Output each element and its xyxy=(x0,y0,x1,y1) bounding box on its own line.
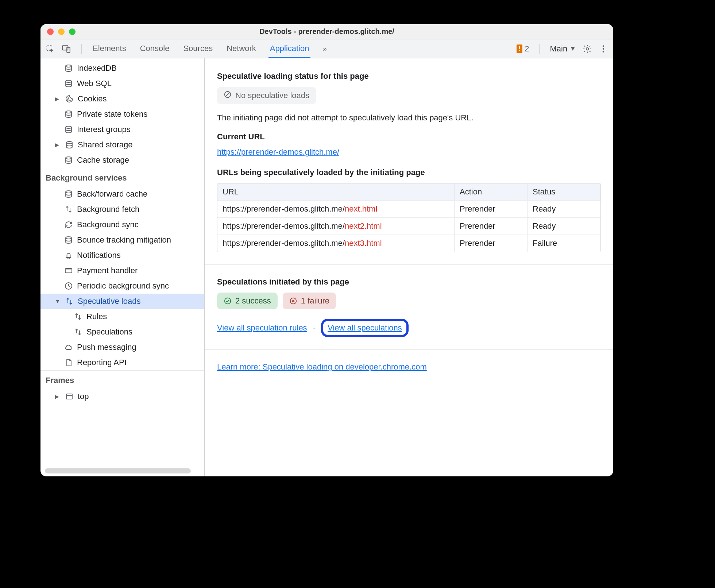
current-url-heading: Current URL xyxy=(217,132,601,142)
sidebar-item-label: Push messaging xyxy=(77,343,136,352)
table-row[interactable]: https://prerender-demos.glitch.me/next2.… xyxy=(217,217,600,235)
sidebar-item-label: Bounce tracking mitigation xyxy=(77,235,171,245)
col-url[interactable]: URL xyxy=(217,183,455,200)
expand-arrow-icon: ▶ xyxy=(55,394,61,399)
svg-point-14 xyxy=(66,142,72,144)
db-icon xyxy=(64,79,73,88)
learn-more-link[interactable]: Learn more: Speculative loading on devel… xyxy=(217,362,427,371)
table-header: URL Action Status xyxy=(217,183,600,200)
card-icon xyxy=(64,266,73,275)
cell-status: Failure xyxy=(527,235,600,252)
sidebar-item-cache-storage[interactable]: Cache storage xyxy=(40,152,204,168)
db-icon xyxy=(64,189,73,199)
sidebar-item-indexeddb[interactable]: IndexedDB xyxy=(40,61,204,76)
svg-rect-21 xyxy=(66,394,72,399)
kebab-menu-icon[interactable] xyxy=(599,44,608,54)
minimize-window-button[interactable] xyxy=(58,28,65,35)
devtools-window: DevTools - prerender-demos.glitch.me/ El… xyxy=(40,24,613,476)
col-status[interactable]: Status xyxy=(527,183,600,200)
tab-console[interactable]: Console xyxy=(139,40,171,58)
sidebar-item-label: Back/forward cache xyxy=(77,189,147,199)
sidebar-item-interest-groups[interactable]: Interest groups xyxy=(40,122,204,137)
warning-icon: ! xyxy=(517,45,522,53)
sidebar-item-label: Speculative loads xyxy=(78,297,140,306)
sidebar-item-reporting-api[interactable]: Reporting API xyxy=(40,355,204,370)
window-title: DevTools - prerender-demos.glitch.me/ xyxy=(40,27,613,36)
cell-status: Ready xyxy=(527,218,600,235)
sidebar-item-background-fetch[interactable]: Background fetch xyxy=(40,202,204,217)
devtools-toolbar: Elements Console Sources Network Applica… xyxy=(40,39,613,58)
tab-sources[interactable]: Sources xyxy=(182,40,214,58)
gear-icon[interactable] xyxy=(583,44,592,54)
panel-body: IndexedDBWeb SQL▶CookiesPrivate state to… xyxy=(40,58,613,476)
speculations-heading: Speculations initiated by this page xyxy=(217,277,601,287)
status-pill: No speculative loads xyxy=(217,87,316,104)
sidebar-item-cookies[interactable]: ▶Cookies xyxy=(40,91,204,107)
sidebar-item-label: Cache storage xyxy=(77,155,129,165)
sidebar-item-payment-handler[interactable]: Payment handler xyxy=(40,263,204,278)
view-rules-link[interactable]: View all speculation rules xyxy=(217,323,307,332)
svg-point-16 xyxy=(66,191,72,193)
status-description: The initiating page did not attempt to s… xyxy=(217,113,601,123)
sidebar-item-speculative-loads[interactable]: ▼Speculative loads xyxy=(40,294,204,309)
forbidden-icon xyxy=(224,90,232,101)
tabs-overflow-icon[interactable]: » xyxy=(321,40,328,58)
application-content[interactable]: Speculative loading status for this page… xyxy=(205,58,613,476)
close-window-button[interactable] xyxy=(47,28,54,35)
col-action[interactable]: Action xyxy=(455,183,527,200)
tab-application[interactable]: Application xyxy=(268,40,311,58)
sidebar-item-periodic-background-sync[interactable]: Periodic background sync xyxy=(40,278,204,294)
sidebar-item-private-state-tokens[interactable]: Private state tokens xyxy=(40,107,204,122)
application-sidebar[interactable]: IndexedDBWeb SQL▶CookiesPrivate state to… xyxy=(40,58,205,476)
sidebar-item-rules[interactable]: Rules xyxy=(40,309,204,324)
updown-icon xyxy=(65,297,74,306)
sidebar-item-label: IndexedDB xyxy=(77,63,117,73)
svg-point-17 xyxy=(66,237,72,239)
sidebar-item-back-forward-cache[interactable]: Back/forward cache xyxy=(40,186,204,202)
sidebar-item-web-sql[interactable]: Web SQL xyxy=(40,76,204,91)
urls-heading: URLs being speculatively loaded by the i… xyxy=(217,168,601,177)
sidebar-item-shared-storage[interactable]: ▶Shared storage xyxy=(40,137,204,152)
sidebar-item-speculations[interactable]: Speculations xyxy=(40,324,204,340)
expand-arrow-icon: ▶ xyxy=(55,142,61,148)
sidebar-item-push-messaging[interactable]: Push messaging xyxy=(40,340,204,355)
sidebar-item-label: top xyxy=(78,392,89,401)
cell-status: Ready xyxy=(527,201,600,217)
clock-icon xyxy=(64,281,73,291)
sidebar-item-background-sync[interactable]: Background sync xyxy=(40,217,204,232)
view-speculations-link[interactable]: View all speculations xyxy=(328,323,402,332)
tab-elements[interactable]: Elements xyxy=(91,40,128,58)
sidebar-item-label: Notifications xyxy=(77,251,121,260)
db-icon xyxy=(64,125,73,134)
horizontal-scrollbar[interactable] xyxy=(45,468,191,473)
db-icon xyxy=(64,235,73,245)
svg-point-3 xyxy=(586,47,589,50)
target-selector[interactable]: Main ▼ xyxy=(550,44,576,54)
cell-url: https://prerender-demos.glitch.me/next.h… xyxy=(217,201,455,217)
svg-point-4 xyxy=(603,45,604,47)
svg-point-13 xyxy=(66,126,72,128)
sidebar-item-notifications[interactable]: Notifications xyxy=(40,248,204,263)
db-icon xyxy=(64,63,73,73)
tab-network[interactable]: Network xyxy=(225,40,258,58)
sidebar-item-top[interactable]: ▶top xyxy=(40,389,204,404)
sync-icon xyxy=(64,220,73,229)
svg-point-7 xyxy=(66,65,72,67)
sidebar-item-bounce-tracking-mitigation[interactable]: Bounce tracking mitigation xyxy=(40,232,204,248)
table-row[interactable]: https://prerender-demos.glitch.me/next.h… xyxy=(217,200,600,217)
cloud-icon xyxy=(64,343,73,352)
issues-button[interactable]: ! 2 xyxy=(517,44,529,54)
maximize-window-button[interactable] xyxy=(69,28,76,35)
table-row[interactable]: https://prerender-demos.glitch.me/next3.… xyxy=(217,235,600,252)
sidebar-item-label: Private state tokens xyxy=(77,109,147,119)
warning-count: 2 xyxy=(525,44,529,54)
current-url-link[interactable]: https://prerender-demos.glitch.me/ xyxy=(217,147,339,156)
svg-point-6 xyxy=(603,51,604,52)
success-badge: 2 success xyxy=(217,293,278,309)
inspect-icon[interactable] xyxy=(46,44,55,54)
sidebar-section-frames: Frames xyxy=(40,370,204,389)
svg-rect-1 xyxy=(62,46,68,50)
svg-point-10 xyxy=(67,100,68,100)
device-toggle-icon[interactable] xyxy=(62,44,71,54)
sidebar-item-label: Payment handler xyxy=(77,266,138,275)
